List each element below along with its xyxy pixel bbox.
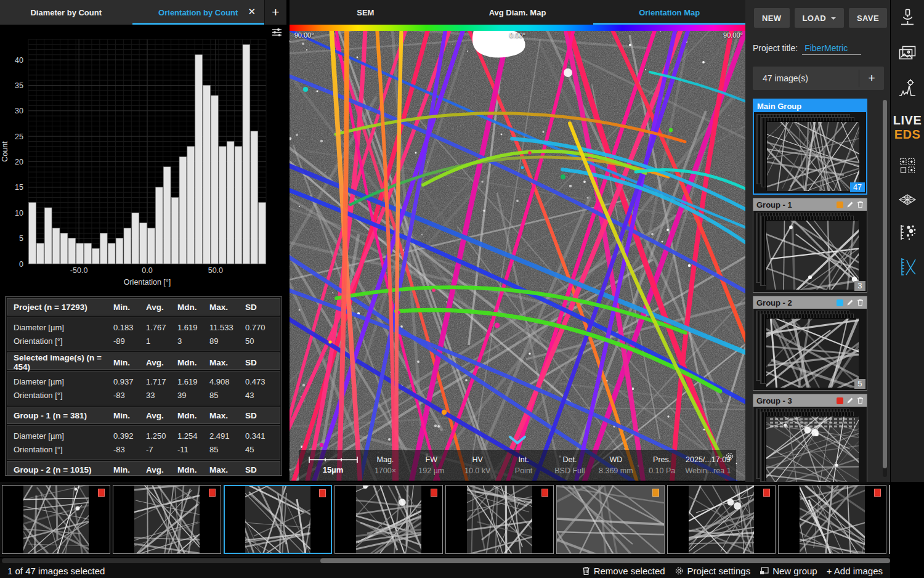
filmstrip-scrollbar-thumb[interactable] bbox=[320, 558, 890, 563]
group-thumbnail-stack[interactable]: 3 bbox=[753, 211, 867, 292]
group-color-swatch[interactable] bbox=[837, 299, 843, 306]
group-thumbnail-stack[interactable] bbox=[753, 407, 867, 482]
delete-group-icon[interactable] bbox=[857, 299, 864, 306]
group-thumbnail-stack[interactable]: 5 bbox=[753, 309, 867, 390]
delete-group-icon[interactable] bbox=[857, 397, 864, 404]
group-thumbnail-stack[interactable]: 47 bbox=[754, 112, 866, 193]
save-project-button[interactable]: SAVE bbox=[849, 8, 887, 28]
project-title-input[interactable]: FiberMetric bbox=[802, 43, 861, 55]
new-group-button[interactable]: New group bbox=[760, 566, 817, 576]
statistics-table: Project (n = 17293)Min.Avg.Mdn.Max.SDDia… bbox=[5, 296, 282, 476]
acquisition-parameters: Mag.1700×FW192 µmHV10.0 kVInt.PointDet.B… bbox=[362, 450, 731, 481]
eds-point-analysis-icon[interactable] bbox=[899, 79, 916, 97]
tab-label: Diameter by Count bbox=[30, 8, 102, 17]
images-count-button[interactable]: 47 image(s) + bbox=[753, 67, 884, 90]
group-image-count-badge: 3 bbox=[854, 281, 865, 291]
filmstrip bbox=[0, 482, 890, 557]
particlemetric-icon[interactable] bbox=[899, 224, 916, 240]
group-color-swatch[interactable] bbox=[837, 201, 843, 208]
orientation-map-canvas[interactable]: -90.00° 0.00° 90.00° 15µm Mag.1700×FW192… bbox=[290, 25, 745, 481]
stats-row: Orientation [°]-8333398543 bbox=[7, 388, 280, 402]
group-card-group-2[interactable]: Group - 25 bbox=[753, 296, 867, 391]
edit-group-icon[interactable] bbox=[846, 201, 854, 208]
filmstrip-image-4[interactable] bbox=[334, 485, 443, 554]
tab-orientation-by-count[interactable]: Orientation by Count ✕ bbox=[132, 0, 265, 25]
stats-row: Diameter [µm]0.3921.2501.2542.4910.341 bbox=[7, 429, 280, 442]
new-project-button[interactable]: NEW bbox=[754, 8, 790, 28]
project-settings-button[interactable]: Project settings bbox=[675, 566, 751, 576]
filmstrip-image-8[interactable] bbox=[778, 485, 886, 554]
group-image-count-badge: 47 bbox=[850, 182, 865, 192]
stats-section: Project (n = 17293)Min.Avg.Mdn.Max.SDDia… bbox=[7, 298, 280, 351]
group-header[interactable]: Group - 2 bbox=[753, 296, 867, 309]
chart-tabbar: Diameter by Count Orientation by Count ✕… bbox=[0, 0, 286, 25]
stats-section: Group - 1 (n = 381)Min.Avg.Mdn.Max.SDDia… bbox=[7, 407, 280, 460]
group-card-main-group[interactable]: Main Group47 bbox=[753, 99, 867, 195]
image-gallery-icon[interactable] bbox=[899, 46, 916, 60]
group-membership-badge bbox=[209, 489, 216, 497]
filmstrip-image-2[interactable] bbox=[113, 485, 221, 554]
info-field: WD8.369 mm bbox=[593, 450, 639, 481]
remove-selected-button[interactable]: Remove selected bbox=[582, 566, 665, 576]
viewer-tab-sem[interactable]: SEM bbox=[290, 0, 442, 25]
infobar-settings-gear-icon[interactable] bbox=[725, 452, 734, 461]
svg-text:20: 20 bbox=[15, 158, 23, 166]
group-color-swatch[interactable] bbox=[837, 397, 843, 404]
status-bar: 1 of 47 images selected Remove selectedP… bbox=[0, 563, 890, 578]
group-list-scrollbar[interactable] bbox=[883, 100, 887, 477]
filmstrip-scrollbar[interactable] bbox=[0, 558, 890, 563]
sem-microscope-icon[interactable] bbox=[899, 9, 915, 26]
chart-settings-icon[interactable] bbox=[272, 28, 282, 37]
scale-bar-ruler bbox=[309, 456, 358, 464]
stats-section-header: Selected image(s) (n = 454)Min.Avg.Mdn.M… bbox=[7, 352, 280, 370]
gear-icon bbox=[675, 566, 684, 576]
filmstrip-image-1[interactable] bbox=[2, 485, 110, 554]
-add-images-button[interactable]: + Add images bbox=[827, 566, 883, 576]
fibermetric-icon[interactable] bbox=[899, 258, 916, 276]
3d-roughness-mesh-icon[interactable] bbox=[898, 193, 917, 206]
collapse-infobar-chevron-icon[interactable] bbox=[508, 436, 527, 445]
group-header[interactable]: Group - 3 bbox=[753, 394, 867, 407]
scale-bar-label: 15µm bbox=[323, 465, 344, 474]
viewer-tab-orientation-map[interactable]: Orientation Map bbox=[593, 0, 745, 25]
group-header[interactable]: Main Group bbox=[754, 100, 866, 112]
group-header[interactable]: Group - 1 bbox=[753, 198, 867, 211]
orientation-colorbar bbox=[290, 25, 745, 31]
filmstrip-image-6[interactable] bbox=[556, 485, 665, 554]
delete-group-icon[interactable] bbox=[857, 201, 864, 208]
images-count-label: 47 image(s) bbox=[753, 73, 859, 83]
filmstrip-image-5[interactable] bbox=[445, 485, 554, 554]
viewer-tabbar: SEMAvg Diam. MapOrientation Map bbox=[290, 0, 745, 25]
stats-row: Orientation [°]-89138950 bbox=[7, 334, 280, 348]
filmstrip-image-7[interactable] bbox=[667, 485, 776, 554]
analysis-panel: Diameter by Count Orientation by Count ✕… bbox=[0, 0, 286, 482]
edit-group-icon[interactable] bbox=[846, 299, 854, 306]
stats-section: Group - 2 (n = 1015)Min.Avg.Mdn.Max.SD bbox=[7, 461, 280, 476]
info-field: HV10.0 kV bbox=[455, 450, 501, 481]
mode-toolbar: LIVE EDS bbox=[890, 0, 924, 482]
filmstrip-image-3[interactable] bbox=[224, 485, 332, 554]
info-field: Mag.1700× bbox=[362, 450, 408, 481]
viewer-tab-avg-diam-map[interactable]: Avg Diam. Map bbox=[442, 0, 594, 25]
svg-text:Orientation [°]: Orientation [°] bbox=[124, 278, 171, 287]
add-images-plus-icon[interactable]: + bbox=[859, 71, 884, 85]
load-project-button[interactable]: LOAD bbox=[795, 8, 844, 28]
info-field: Pres.0.10 Pa bbox=[639, 450, 685, 481]
svg-text:40: 40 bbox=[15, 56, 23, 65]
group-membership-badge bbox=[98, 489, 105, 497]
orientation-histogram-chart: 0510152025303540-50.00.050.0Orientation … bbox=[0, 25, 286, 290]
add-chart-tab-button[interactable]: + bbox=[264, 0, 286, 25]
tab-label: Orientation by Count bbox=[158, 8, 238, 17]
group-card-group-1[interactable]: Group - 13 bbox=[753, 198, 867, 293]
live-eds-button[interactable]: LIVE EDS bbox=[893, 113, 922, 142]
group-card-group-3[interactable]: Group - 3 bbox=[753, 394, 867, 482]
close-tab-icon[interactable]: ✕ bbox=[248, 6, 256, 17]
group-membership-badge bbox=[763, 489, 770, 497]
tab-diameter-by-count[interactable]: Diameter by Count bbox=[0, 0, 132, 25]
info-field: FW192 µm bbox=[408, 450, 455, 481]
edit-group-icon[interactable] bbox=[846, 397, 854, 404]
eds-mapping-icon[interactable] bbox=[899, 158, 915, 174]
svg-text:-50.0: -50.0 bbox=[70, 266, 88, 275]
project-title-label: Project title: bbox=[753, 43, 798, 53]
stats-row: Diameter [µm]0.9371.7171.6194.9080.473 bbox=[7, 375, 280, 388]
